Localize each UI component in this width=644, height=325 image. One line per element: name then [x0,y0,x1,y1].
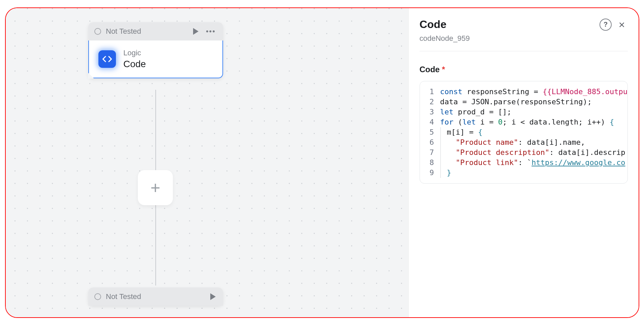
node-status-label: Not Tested [106,292,204,301]
run-node-button[interactable] [209,293,217,301]
code-content: "Product description": data[i].descrip [440,147,627,158]
line-number: 4 [420,117,440,127]
code-content: m[i] = { [440,127,627,137]
code-content: for (let i = 0; i < data.length; i++) { [440,117,627,127]
line-number: 7 [420,147,440,158]
status-indicator-icon [94,28,101,35]
code-content: } [440,168,627,178]
node-details-panel: Code ? × codeNode_959 Code * 1const resp… [408,8,639,317]
close-icon: × [619,19,625,31]
code-icon [98,50,116,68]
code-line[interactable]: 1const responseString = {{LLMNode_885.ou… [420,87,627,97]
line-number: 8 [420,158,440,168]
node-status-label: Not Tested [106,27,187,36]
workflow-canvas[interactable]: Not Tested ••• Logic Code + [6,8,408,317]
line-number: 5 [420,127,440,137]
line-number: 1 [420,87,440,97]
code-content: "Product name": data[i].name, [440,137,627,147]
help-button[interactable]: ? [600,19,612,31]
code-line[interactable]: 2data = JSON.parse(responseString); [420,97,627,107]
play-icon [193,28,198,35]
code-content: data = JSON.parse(responseString); [440,97,627,107]
code-content: let prod_d = []; [440,107,627,117]
code-line[interactable]: 4for (let i = 0; i < data.length; i++) { [420,117,627,127]
status-indicator-icon [94,293,101,300]
code-content: "Product link": `https://www.google.co [440,158,627,168]
line-number: 6 [420,137,440,147]
response-node-card[interactable]: Not Tested [88,288,223,306]
code-line[interactable]: 8 "Product link": `https://www.google.co [420,158,627,168]
code-line[interactable]: 6 "Product name": data[i].name, [420,137,627,147]
code-node-card[interactable]: Not Tested ••• Logic Code [88,22,223,78]
line-number: 2 [420,97,440,107]
node-header: Not Tested [88,288,223,306]
code-line[interactable]: 9} [420,168,627,178]
panel-divider [420,51,628,51]
code-line[interactable]: 3let prod_d = []; [420,107,627,117]
help-icon: ? [604,21,608,28]
code-field-label: Code * [420,65,628,74]
node-output-port [88,73,94,79]
node-title-label: Code [123,59,146,70]
code-line[interactable]: 5m[i] = { [420,127,627,137]
add-node-button[interactable]: + [138,170,173,205]
line-number: 9 [420,168,440,178]
code-line[interactable]: 7 "Product description": data[i].descrip [420,147,627,158]
panel-title: Code [420,18,595,31]
line-number: 3 [420,107,440,117]
code-content: const responseString = {{LLMNode_885.out… [440,87,627,97]
ellipsis-icon: ••• [206,27,216,35]
node-header: Not Tested ••• [88,22,223,40]
play-icon [210,293,216,300]
code-editor[interactable]: 1const responseString = {{LLMNode_885.ou… [420,81,628,184]
node-category-label: Logic [123,49,146,57]
panel-node-id: codeNode_959 [420,34,628,43]
run-node-button[interactable] [192,27,200,35]
node-body: Logic Code [88,40,223,78]
node-more-button[interactable]: ••• [205,27,217,36]
close-panel-button[interactable]: × [616,19,628,31]
plus-icon: + [150,178,160,197]
